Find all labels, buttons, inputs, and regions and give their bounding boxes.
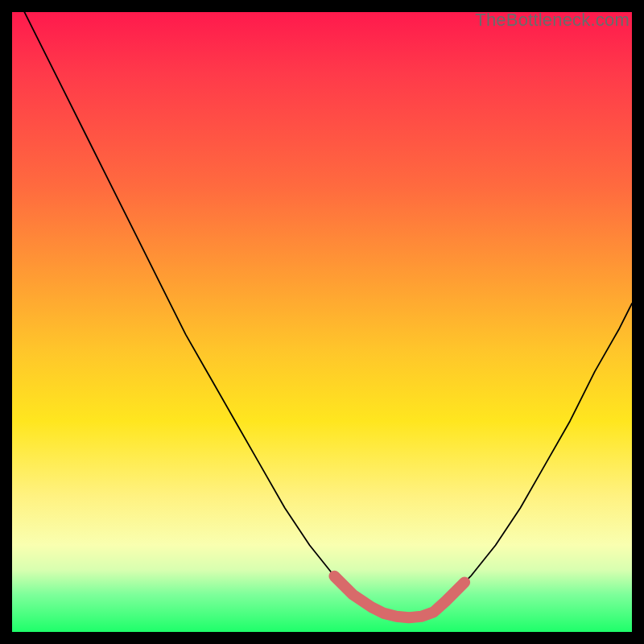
attribution-text: TheBottleneck.com: [475, 10, 630, 31]
chart-frame: TheBottleneck.com: [0, 0, 644, 644]
plot-area: [12, 12, 632, 632]
